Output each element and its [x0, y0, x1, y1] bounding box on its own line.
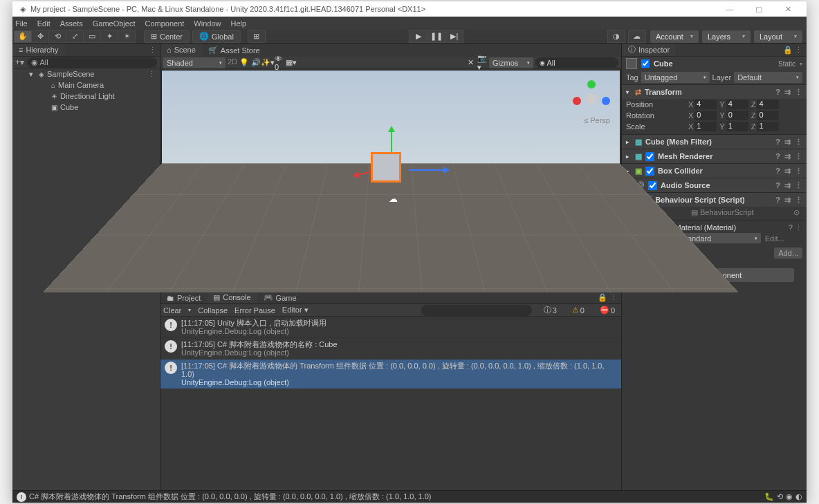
- editor-dropdown[interactable]: Editor ▾: [282, 306, 309, 315]
- camera-gizmo-icon[interactable]: ☁: [389, 194, 398, 204]
- pause-button[interactable]: ❚❚: [427, 30, 445, 43]
- hidden-icon[interactable]: 👁0: [275, 58, 284, 68]
- move-tool[interactable]: ✥: [31, 30, 49, 43]
- tag-dropdown[interactable]: Untagged: [641, 72, 710, 83]
- static-dropdown[interactable]: ▾: [800, 61, 802, 67]
- cloud-icon[interactable]: ☁: [628, 30, 646, 43]
- tab-game[interactable]: 🎮Game: [257, 292, 303, 304]
- status-icon[interactable]: ◐: [795, 492, 802, 501]
- close-button[interactable]: ✕: [775, 5, 801, 14]
- console-search[interactable]: [421, 305, 532, 316]
- 2d-toggle[interactable]: 2D: [228, 57, 237, 68]
- position-z[interactable]: 4: [757, 100, 779, 109]
- preset-icon[interactable]: ⇉: [784, 88, 791, 97]
- tab-project[interactable]: 🖿Project: [160, 292, 207, 304]
- hand-tool[interactable]: ✋: [14, 30, 32, 43]
- gizmos-dropdown[interactable]: Gizmos: [489, 57, 533, 68]
- status-icon[interactable]: ⟲: [777, 492, 783, 501]
- audio-enabled[interactable]: [648, 181, 657, 190]
- maximize-button[interactable]: ▢: [746, 5, 772, 14]
- scale-y[interactable]: 1: [726, 122, 748, 131]
- play-button[interactable]: ▶: [409, 30, 427, 43]
- hierarchy-item-light[interactable]: ☀Directional Light: [12, 91, 160, 102]
- menu-edit[interactable]: Edit: [37, 19, 50, 28]
- tab-asset-store[interactable]: 🛒Asset Store: [202, 44, 266, 57]
- maximize-icon[interactable]: 🔒 ⋮: [593, 293, 621, 302]
- cube-mesh[interactable]: [371, 152, 401, 183]
- fx-icon[interactable]: ✨▾: [263, 58, 273, 68]
- menu-gameobject[interactable]: GameObject: [93, 19, 136, 28]
- audio-icon[interactable]: 🔊: [251, 58, 261, 68]
- account-dropdown[interactable]: Account: [650, 30, 699, 43]
- status-icon[interactable]: ◉: [786, 492, 793, 501]
- gizmo-x-axis[interactable]: [409, 169, 448, 171]
- component-mesh-renderer[interactable]: ▸▦Mesh Renderer?⇉⋮: [622, 149, 807, 163]
- menu-file[interactable]: File: [15, 19, 28, 28]
- scale-tool[interactable]: ⤢: [66, 30, 84, 43]
- hierarchy-item-camera[interactable]: ⌂Main Camera: [12, 80, 160, 91]
- camera-icon[interactable]: 📷▾: [477, 58, 487, 68]
- clear-button[interactable]: Clear: [163, 306, 181, 315]
- rect-tool[interactable]: ▭: [83, 30, 101, 43]
- shading-dropdown[interactable]: Shaded: [163, 57, 226, 68]
- hierarchy-item-cube[interactable]: ▣Cube: [12, 102, 160, 113]
- rotation-x[interactable]: 0: [694, 111, 717, 120]
- component-transform[interactable]: ▾ ⇄ Transform ?⇉⋮: [622, 85, 807, 99]
- menu-icon[interactable]: ⋮: [795, 88, 802, 97]
- tab-inspector[interactable]: ⓘInspector: [622, 44, 676, 56]
- help-icon[interactable]: ?: [775, 88, 780, 97]
- menu-help[interactable]: Help: [230, 19, 246, 28]
- position-y[interactable]: 4: [726, 100, 748, 109]
- log-row[interactable]: ! [11:17:05] Unity 脚本入口 , 启动加载时调用UnityEn…: [160, 317, 621, 338]
- edit-button[interactable]: Edit...: [765, 234, 784, 243]
- light-icon[interactable]: 💡: [239, 58, 249, 68]
- component-mesh-filter[interactable]: ▸▦Cube (Mesh Filter)?⇉⋮: [622, 135, 807, 149]
- tab-console[interactable]: ▤Console: [207, 292, 257, 304]
- scene-menu-icon[interactable]: ⋮: [148, 70, 156, 79]
- tab-scene[interactable]: ⌂Scene: [160, 44, 202, 57]
- menu-assets[interactable]: Assets: [60, 19, 83, 28]
- collapse-button[interactable]: Collapse: [198, 306, 228, 315]
- active-checkbox[interactable]: [641, 59, 650, 68]
- renderer-enabled[interactable]: [645, 152, 654, 161]
- scene-row[interactable]: ▾ ◈SampleScene ⋮: [12, 68, 160, 80]
- error-pause-button[interactable]: Error Pause: [234, 306, 275, 315]
- snap-toggle[interactable]: ⊞: [248, 30, 266, 43]
- custom-tool[interactable]: ✶: [118, 30, 136, 43]
- status-icon[interactable]: 🐛: [764, 492, 774, 501]
- global-toggle[interactable]: 🌐Global: [192, 30, 241, 43]
- rotation-z[interactable]: 0: [757, 111, 779, 120]
- help-icon[interactable]: ? ⋮: [789, 223, 802, 232]
- tools-icon[interactable]: ✕: [466, 58, 475, 68]
- position-x[interactable]: 4: [694, 100, 717, 109]
- layer-dropdown[interactable]: Default: [734, 72, 802, 83]
- panel-lock-icon[interactable]: 🔒 ⋮: [779, 46, 807, 55]
- scene-search[interactable]: ◉ All: [535, 57, 618, 68]
- pivot-toggle[interactable]: ⊞Center: [144, 30, 190, 43]
- log-row[interactable]: ! [11:17:05] C# 脚本附着游戏物体的名称 : CubeUnityE…: [160, 338, 621, 360]
- orientation-gizmo[interactable]: ≤ Persp: [570, 77, 613, 120]
- panel-menu-icon[interactable]: ⋮: [149, 46, 160, 55]
- log-row[interactable]: ! [11:17:05] C# 脚本附着游戏物体的 Transform 组件数据…: [160, 360, 621, 389]
- script-field[interactable]: ▤BehaviourScript⊙: [688, 207, 802, 217]
- step-button[interactable]: ▶|: [445, 30, 463, 43]
- error-count[interactable]: ⛔0: [596, 305, 618, 315]
- grid-icon[interactable]: ▦▾: [286, 58, 296, 68]
- collab-icon[interactable]: ◑: [607, 30, 625, 43]
- layout-dropdown[interactable]: Layout: [754, 30, 802, 43]
- layers-dropdown[interactable]: Layers: [702, 30, 751, 43]
- collider-enabled[interactable]: [645, 167, 654, 176]
- scale-z[interactable]: 1: [757, 122, 779, 131]
- warn-count[interactable]: ⚠0: [569, 305, 588, 315]
- rotation-y[interactable]: 0: [726, 111, 748, 120]
- menu-component[interactable]: Component: [145, 19, 184, 28]
- transform-tool[interactable]: ✦: [100, 30, 118, 43]
- add-button[interactable]: Add...: [774, 248, 802, 259]
- scene-view[interactable]: ☁ ≤ Persp: [161, 70, 620, 291]
- component-audio-source[interactable]: ▸🔊Audio Source?⇉⋮: [622, 178, 807, 192]
- minimize-button[interactable]: —: [717, 5, 743, 13]
- component-box-collider[interactable]: ▸▣Box Collider?⇉⋮: [622, 164, 807, 178]
- rotate-tool[interactable]: ⟲: [48, 30, 66, 43]
- scale-x[interactable]: 1: [694, 122, 717, 131]
- tab-hierarchy[interactable]: ≡Hierarchy: [12, 44, 65, 56]
